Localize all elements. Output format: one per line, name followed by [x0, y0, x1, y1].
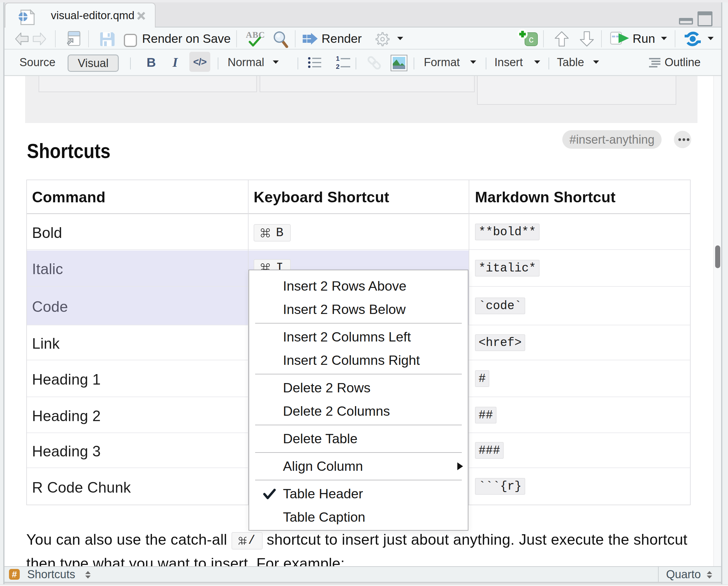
svg-text:2: 2 — [336, 63, 339, 69]
svg-text:1: 1 — [336, 56, 339, 62]
